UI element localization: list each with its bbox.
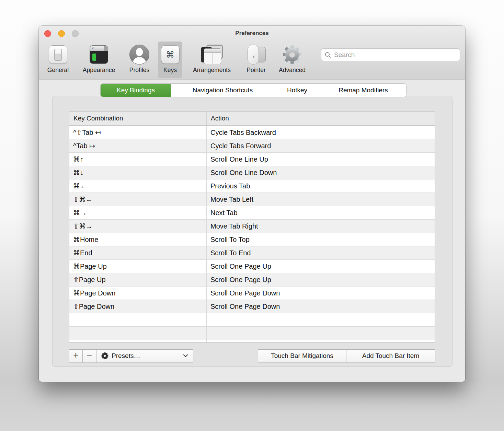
window-chrome: Preferences General × Appearance Profile… — [39, 26, 465, 80]
gear-icon — [282, 43, 302, 66]
key-combination-cell: ⇧⌘→ — [69, 220, 207, 233]
table-row[interactable]: ⇧⌘→ Move Tab Right — [69, 219, 435, 233]
key-combination-cell: ⌘Page Up — [69, 260, 207, 273]
mouse-icon — [247, 43, 266, 66]
add-key-binding-button[interactable]: + — [69, 349, 83, 362]
action-cell: Next Tab — [207, 206, 435, 219]
empty-table-row[interactable] — [69, 326, 435, 340]
table-row[interactable]: ⌘↑ Scroll One Line Up — [69, 152, 435, 166]
action-cell: Previous Tab — [207, 179, 435, 193]
window-title: Preferences — [39, 30, 465, 37]
toolbar-item-appearance[interactable]: × Appearance — [80, 42, 118, 78]
tab-hotkey[interactable]: Hotkey — [274, 84, 320, 97]
toolbar-item-label: Pointer — [247, 67, 265, 73]
action-cell: Scroll One Line Down — [207, 166, 435, 179]
table-row[interactable]: ⌘↓ Scroll One Line Down — [69, 166, 435, 179]
table-header: Key Combination Action — [69, 112, 435, 126]
presets-dropdown[interactable]: Presets… — [96, 349, 193, 362]
action-cell: Scroll One Page Down — [207, 300, 435, 313]
action-cell: Scroll To End — [207, 246, 435, 259]
key-combination-cell: ^Tab ↦ — [69, 139, 207, 152]
preferences-content: Key Bindings Navigation Shortcuts Hotkey… — [39, 80, 465, 382]
key-combination-cell: ⌘Page Down — [69, 287, 207, 300]
toolbar-search-field[interactable] — [321, 48, 460, 61]
toolbar-item-label: Appearance — [83, 67, 115, 73]
table-row[interactable]: ⌘End Scroll To End — [69, 246, 435, 259]
table-row[interactable]: ⌘Page Down Scroll One Page Down — [69, 286, 435, 300]
table-row[interactable]: ⌘← Previous Tab — [69, 179, 435, 193]
key-combination-cell: ⇧⌘← — [69, 193, 207, 206]
key-combination-cell: ⌘↓ — [69, 166, 207, 179]
action-cell: Cycle Tabs Backward — [207, 126, 435, 139]
key-combination-cell: ⇧Page Up — [69, 273, 207, 286]
table-row[interactable]: ^Tab ↦ Cycle Tabs Forward — [69, 139, 435, 152]
keys-tab-bar: Key Bindings Navigation Shortcuts Hotkey… — [101, 84, 406, 97]
toolbar-item-label: Advanced — [279, 67, 306, 73]
key-combination-cell: ⌘↑ — [69, 153, 207, 166]
person-avatar-icon — [129, 43, 149, 66]
column-header-key-combination[interactable]: Key Combination — [69, 112, 207, 125]
chevron-down-icon — [183, 354, 188, 358]
tab-navigation-shortcuts[interactable]: Navigation Shortcuts — [171, 84, 274, 97]
action-cell: Scroll One Page Down — [207, 287, 435, 300]
action-cell: Scroll To Top — [207, 233, 435, 246]
key-combination-cell: ⇧Page Down — [69, 300, 207, 313]
action-cell: Cycle Tabs Forward — [207, 139, 435, 152]
tab-key-bindings[interactable]: Key Bindings — [101, 84, 171, 97]
action-cell: Move Tab Left — [207, 193, 435, 206]
table-row[interactable]: ⇧⌘← Move Tab Left — [69, 193, 435, 206]
preferences-window: Preferences General × Appearance Profile… — [39, 26, 465, 382]
key-bindings-panel: Key Combination Action ^⇧Tab ↤ Cycle Tab… — [52, 96, 453, 367]
key-combination-cell: ⌘End — [69, 246, 207, 259]
empty-table-row[interactable] — [69, 313, 435, 326]
table-row[interactable]: ⇧Page Down Scroll One Page Down — [69, 300, 435, 313]
toggle-switch-icon — [49, 43, 67, 66]
key-combination-cell: ⌘Home — [69, 233, 207, 246]
toolbar-item-label: Keys — [163, 67, 177, 73]
key-combination-cell: ^⇧Tab ↤ — [69, 126, 207, 139]
key-combination-cell: ⌘← — [69, 179, 207, 193]
toolbar-item-keys[interactable]: ⌘ Keys — [158, 42, 182, 78]
key-combination-cell: ⌘→ — [69, 206, 207, 219]
table-row[interactable]: ⌘Home Scroll To Top — [69, 233, 435, 246]
toolbar-item-label: General — [47, 67, 69, 73]
empty-table-row[interactable] — [69, 340, 435, 342]
toolbar-item-profiles[interactable]: Profiles — [126, 42, 153, 78]
toolbar-item-arrangements[interactable]: Arrangements — [186, 42, 238, 78]
add-touch-bar-item-button[interactable]: Add Touch Bar Item — [346, 349, 435, 362]
action-cell: Move Tab Right — [207, 220, 435, 233]
tab-remap-modifiers[interactable]: Remap Modifiers — [320, 84, 406, 97]
table-row[interactable]: ⇧Page Up Scroll One Page Up — [69, 273, 435, 286]
table-row[interactable]: ⌘Page Up Scroll One Page Up — [69, 259, 435, 273]
search-icon — [325, 52, 331, 58]
column-header-action[interactable]: Action — [207, 112, 435, 125]
toolbar-item-label: Profiles — [129, 67, 149, 73]
action-cell: Scroll One Page Up — [207, 260, 435, 273]
action-cell: Scroll One Page Up — [207, 273, 435, 286]
toolbar-item-label: Arrangements — [193, 67, 231, 73]
key-bindings-table: Key Combination Action ^⇧Tab ↤ Cycle Tab… — [69, 111, 435, 342]
toolbar-item-advanced[interactable]: Advanced — [275, 42, 310, 78]
remove-key-binding-button[interactable]: − — [82, 349, 96, 362]
toolbar-item-general[interactable]: General — [44, 42, 72, 78]
table-row[interactable]: ⌘→ Next Tab — [69, 206, 435, 219]
command-keycap-icon: ⌘ — [161, 43, 180, 66]
terminal-window-icon: × — [90, 43, 108, 66]
presets-gear-icon — [101, 352, 108, 359]
action-cell: Scroll One Line Up — [207, 153, 435, 166]
table-row[interactable]: ^⇧Tab ↤ Cycle Tabs Backward — [69, 126, 435, 139]
stacked-windows-icon — [201, 43, 223, 66]
presets-label: Presets… — [112, 352, 140, 360]
touch-bar-mitigations-button[interactable]: Touch Bar Mitigations — [258, 349, 346, 362]
search-input[interactable] — [333, 51, 456, 59]
toolbar-item-pointer[interactable]: Pointer — [244, 42, 268, 78]
